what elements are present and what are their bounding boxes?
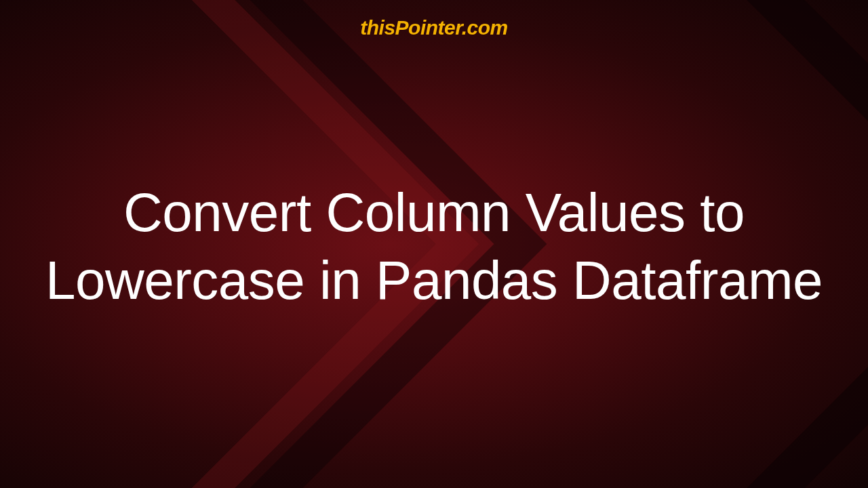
site-logo: thisPointer.com: [360, 16, 508, 39]
page-title: Convert Column Values to Lowercase in Pa…: [35, 179, 833, 314]
